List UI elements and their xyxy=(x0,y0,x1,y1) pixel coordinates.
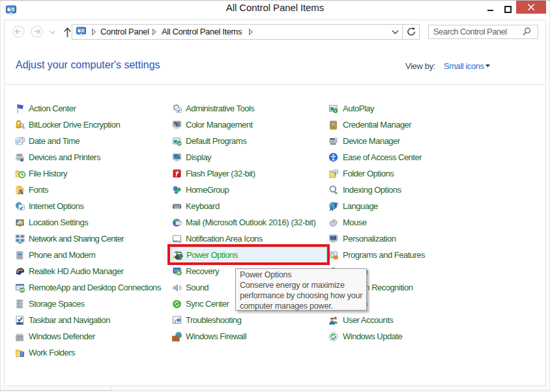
svg-text:A: A xyxy=(329,206,334,212)
svg-text:A: A xyxy=(18,188,23,195)
